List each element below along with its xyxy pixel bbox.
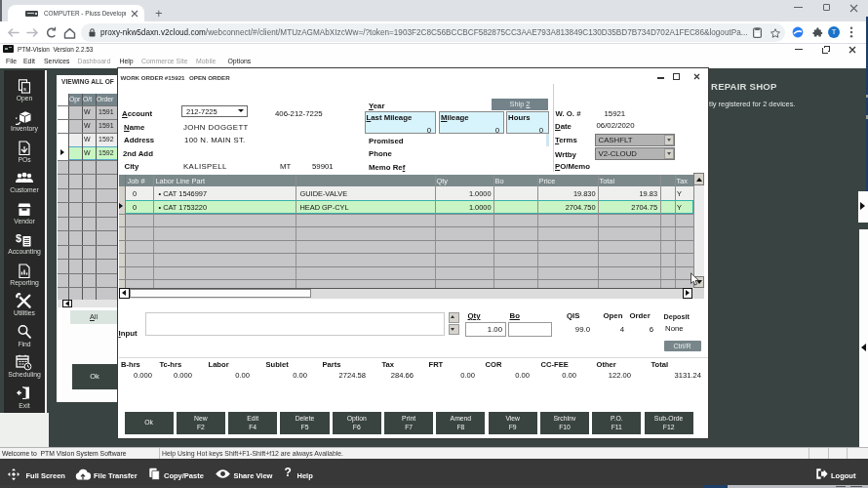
- svg-text:$: $: [16, 232, 21, 244]
- svg-text:s: s: [23, 86, 26, 92]
